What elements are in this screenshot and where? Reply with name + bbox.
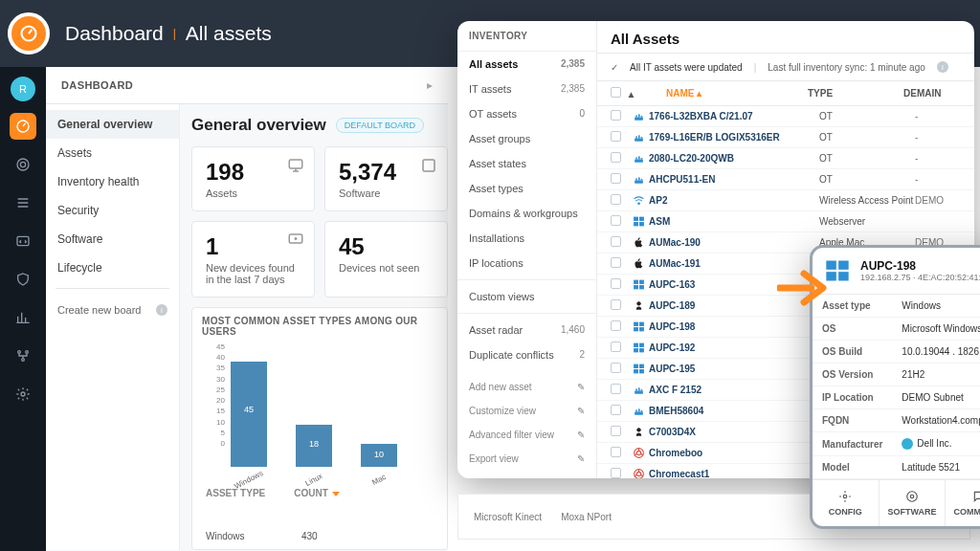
inventory-side-item[interactable]: OT assets0 bbox=[457, 101, 596, 126]
inventory-action[interactable]: Export view✎ bbox=[457, 447, 596, 471]
inventory-side-item[interactable]: Asset groups bbox=[457, 126, 596, 151]
chart-bar[interactable]: 45Windows bbox=[231, 362, 267, 467]
monitor-plus-icon bbox=[287, 231, 304, 252]
nav-diagram-icon[interactable] bbox=[10, 342, 36, 369]
row-checkbox[interactable] bbox=[611, 215, 621, 226]
comment-icon bbox=[972, 490, 980, 503]
inventory-side-item[interactable]: Duplicate conflicts2 bbox=[457, 342, 596, 367]
nav-shield-icon[interactable] bbox=[10, 266, 36, 293]
svg-rect-27 bbox=[640, 179, 642, 181]
chart-bar[interactable]: 10Mac bbox=[361, 444, 397, 467]
inventory-side-item[interactable]: IT assets2,385 bbox=[457, 77, 596, 101]
row-checkbox[interactable] bbox=[611, 278, 621, 289]
detail-row: ModelLatitude 5521 bbox=[813, 456, 980, 479]
row-checkbox[interactable] bbox=[611, 299, 621, 310]
svg-rect-16 bbox=[635, 139, 643, 142]
row-checkbox[interactable] bbox=[611, 447, 621, 457]
dashboard-header: DASHBOARD ▸ bbox=[46, 67, 448, 104]
card-notseen[interactable]: 45 Devices not seen bbox=[324, 221, 448, 298]
svg-point-3 bbox=[20, 162, 25, 166]
inventory-side-item[interactable]: IP locations bbox=[457, 251, 596, 276]
inventory-action[interactable]: Add new asset✎ bbox=[457, 375, 596, 399]
inventory-side-item[interactable]: Asset types bbox=[457, 176, 596, 201]
row-checkbox[interactable] bbox=[611, 320, 621, 331]
table-row[interactable]: 1766-L32BXBA C/21.07OT- bbox=[597, 106, 974, 127]
row-checkbox[interactable] bbox=[611, 152, 621, 163]
table-row[interactable]: AP2Wireless Access PointDEMO bbox=[597, 190, 974, 211]
table-row[interactable]: ASMWebserver bbox=[597, 211, 974, 232]
detail-software-button[interactable]: SOFTWARE bbox=[880, 480, 947, 526]
row-type: OT bbox=[819, 174, 915, 185]
row-checkbox[interactable] bbox=[611, 173, 621, 184]
inventory-side-item[interactable]: Asset radar1,460 bbox=[457, 318, 596, 342]
row-checkbox[interactable] bbox=[611, 342, 621, 352]
svg-rect-44 bbox=[634, 348, 638, 352]
row-checkbox[interactable] bbox=[611, 468, 621, 478]
col-type[interactable]: TYPE bbox=[808, 88, 903, 99]
nav-dashboard-icon[interactable] bbox=[10, 113, 36, 140]
row-name: Chromeboo bbox=[649, 448, 819, 458]
table-row[interactable]: 2080-LC20-20QWBOT- bbox=[597, 148, 974, 169]
dell-icon bbox=[902, 438, 913, 450]
card-assets[interactable]: 198 Assets bbox=[191, 146, 315, 211]
card-newdevices[interactable]: 1 New devices found in the last 7 days bbox=[191, 221, 315, 298]
chevron-right-icon[interactable]: ▸ bbox=[427, 78, 433, 92]
table-row[interactable]: 1769-L16ER/B LOGIX5316EROT- bbox=[597, 127, 974, 148]
table-row[interactable]: AHCPU511-ENOT- bbox=[597, 169, 974, 190]
svg-point-2 bbox=[17, 159, 29, 170]
dash-nav-security[interactable]: Security bbox=[46, 196, 179, 225]
nav-list-icon[interactable] bbox=[10, 189, 36, 216]
row-checkbox[interactable] bbox=[611, 194, 621, 205]
row-checkbox[interactable] bbox=[611, 110, 621, 121]
dash-nav-assets[interactable]: Assets bbox=[46, 139, 179, 167]
inventory-side-item[interactable]: All assets2,385 bbox=[457, 52, 596, 77]
row-checkbox[interactable] bbox=[611, 131, 621, 142]
dash-nav-inventory-health[interactable]: Inventory health bbox=[46, 167, 179, 196]
select-all-checkbox[interactable] bbox=[611, 87, 621, 98]
detail-row: Asset typeWindows bbox=[813, 295, 980, 318]
legend-row-name: Windows bbox=[206, 531, 263, 541]
chart-bar[interactable]: 18Linux bbox=[296, 425, 332, 467]
dash-nav-lifecycle[interactable]: Lifecycle bbox=[46, 253, 179, 282]
row-checkbox[interactable] bbox=[611, 257, 621, 268]
row-domain: - bbox=[915, 111, 961, 121]
row-checkbox[interactable] bbox=[611, 405, 621, 415]
inventory-side-item[interactable]: Domains & workgroups bbox=[457, 201, 596, 226]
col-name[interactable]: NAME bbox=[666, 88, 694, 99]
inventory-action[interactable]: Customize view✎ bbox=[457, 399, 596, 423]
inventory-side-item[interactable]: Asset states bbox=[457, 151, 596, 176]
inventory-side-item[interactable]: Installations bbox=[457, 226, 596, 251]
apple-icon bbox=[628, 236, 649, 249]
svg-rect-52 bbox=[637, 387, 639, 390]
row-checkbox[interactable] bbox=[611, 363, 621, 373]
svg-rect-30 bbox=[639, 217, 644, 221]
svg-point-7 bbox=[22, 359, 25, 362]
svg-rect-42 bbox=[634, 343, 638, 347]
row-checkbox[interactable] bbox=[611, 426, 621, 436]
inventory-action[interactable]: Manage custom fields✎ bbox=[457, 471, 596, 478]
nav-gear-icon[interactable] bbox=[10, 381, 36, 408]
detail-comments-button[interactable]: COMMENTS bbox=[946, 480, 980, 526]
svg-rect-4 bbox=[17, 236, 29, 245]
row-name: C7003D4X bbox=[649, 427, 819, 437]
sliders-icon: ✎ bbox=[577, 406, 585, 416]
dash-nav-general[interactable]: General overview bbox=[46, 110, 179, 139]
row-checkbox[interactable] bbox=[611, 384, 621, 394]
nav-code-icon[interactable] bbox=[10, 228, 36, 254]
create-board-button[interactable]: Create new board i bbox=[46, 295, 179, 325]
inventory-action[interactable]: Advanced filter view✎ bbox=[457, 423, 596, 447]
nav-target-icon[interactable] bbox=[10, 151, 36, 178]
nav-chart-icon[interactable] bbox=[10, 304, 36, 331]
card-software[interactable]: 5,374 Software bbox=[324, 146, 448, 211]
detail-config-button[interactable]: CONFIG bbox=[813, 480, 880, 526]
avatar[interactable]: R bbox=[11, 77, 35, 101]
row-checkbox[interactable] bbox=[611, 236, 621, 247]
row-domain: DEMO bbox=[915, 195, 961, 206]
row-name: AUPC-192 bbox=[649, 342, 819, 353]
dash-nav-software[interactable]: Software bbox=[46, 225, 179, 253]
inventory-title: All Assets bbox=[611, 31, 961, 47]
col-domain[interactable]: DEMAIN bbox=[903, 88, 961, 99]
inventory-side-item[interactable]: Custom views bbox=[457, 284, 596, 309]
card-notseen-label: Devices not seen bbox=[339, 262, 434, 274]
default-board-pill: DEFAULT BOARD bbox=[336, 118, 424, 133]
